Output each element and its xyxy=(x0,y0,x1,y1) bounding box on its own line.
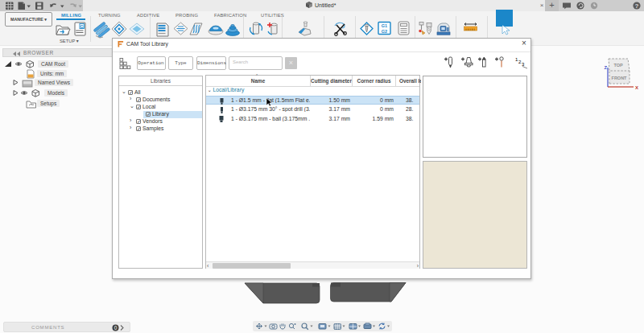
svg-text:G2: G2 xyxy=(382,29,387,34)
svg-text:3: 3 xyxy=(522,62,525,67)
svg-text:X: X xyxy=(635,85,638,90)
svg-text:0: 0 xyxy=(114,325,118,331)
svg-text:TOP: TOP xyxy=(613,63,623,68)
svg-text:Z: Z xyxy=(605,65,608,70)
svg-text:?: ? xyxy=(635,2,639,10)
svg-text:G: G xyxy=(80,24,84,29)
svg-text:FRONT: FRONT xyxy=(612,76,628,80)
svg-text:G1: G1 xyxy=(382,23,387,28)
